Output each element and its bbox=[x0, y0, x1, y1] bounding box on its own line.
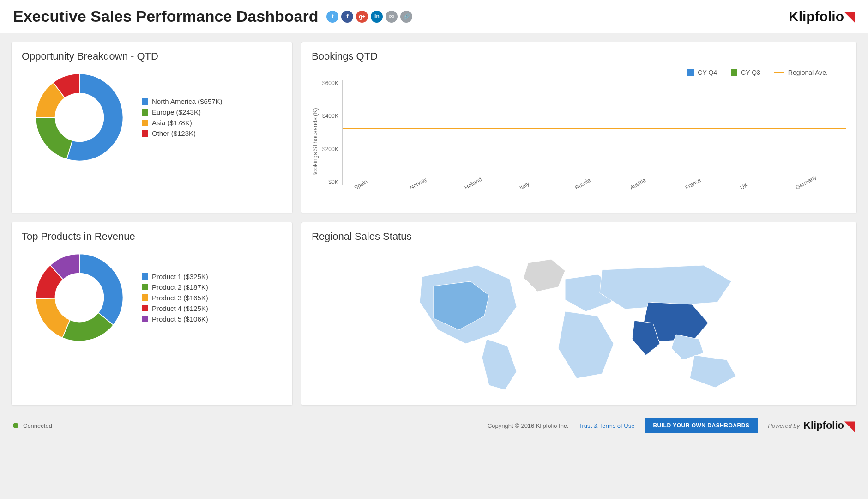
map-region-greenland[interactable] bbox=[524, 259, 565, 292]
y-tick-label: $200K bbox=[322, 146, 338, 152]
legend-swatch-icon bbox=[142, 98, 148, 105]
map-region-africa[interactable] bbox=[558, 311, 614, 378]
legend-label: Product 3 ($165K) bbox=[152, 294, 208, 302]
share-linkedin-icon[interactable]: in bbox=[371, 11, 383, 23]
y-tick-label: $400K bbox=[322, 113, 338, 119]
products-chart-row: Product 1 ($325K)Product 2 ($187K)Produc… bbox=[22, 249, 282, 346]
donut-slice[interactable] bbox=[36, 298, 70, 338]
map-region-australia[interactable] bbox=[690, 355, 736, 388]
footer-brand-logo[interactable]: Klipfolio◥ bbox=[803, 418, 855, 433]
footer-left: Connected bbox=[13, 422, 52, 429]
legend-label: North America ($657K) bbox=[152, 97, 223, 105]
map-region-south-america[interactable] bbox=[482, 339, 517, 390]
legend-label: Other ($123K) bbox=[152, 129, 196, 137]
panel-title-regional: Regional Sales Status bbox=[312, 231, 846, 243]
legend-item[interactable]: Product 5 ($106K) bbox=[142, 315, 208, 323]
panel-title-bookings: Bookings QTD bbox=[312, 50, 846, 62]
legend-item[interactable]: CY Q4 bbox=[687, 69, 717, 76]
legend-swatch-icon bbox=[142, 294, 148, 301]
legend-label: Product 4 ($125K) bbox=[152, 304, 208, 312]
legend-label: CY Q3 bbox=[741, 69, 760, 76]
opportunity-legend: North America ($657K)Europe ($243K)Asia … bbox=[142, 97, 223, 137]
connection-status-text: Connected bbox=[23, 422, 52, 429]
build-dashboards-button[interactable]: BUILD YOUR OWN DASHBOARDS bbox=[645, 418, 758, 433]
legend-swatch-icon bbox=[142, 109, 148, 116]
legend-swatch-icon bbox=[142, 130, 148, 137]
bookings-chart: Bookings $Thousands (K) $600K$400K$200K$… bbox=[312, 80, 846, 205]
footer-right: Copyright © 2016 Klipfolio Inc. Trust & … bbox=[488, 418, 855, 433]
legend-swatch-icon bbox=[142, 305, 148, 311]
terms-link[interactable]: Trust & Terms of Use bbox=[579, 422, 634, 429]
powered-by-label: Powered by bbox=[768, 422, 800, 429]
status-dot-icon bbox=[13, 423, 18, 428]
donut-slice[interactable] bbox=[79, 254, 123, 325]
legend-item[interactable]: CY Q3 bbox=[731, 69, 760, 76]
legend-item[interactable]: Asia ($178K) bbox=[142, 119, 223, 127]
footer-brand-text: Klipfolio bbox=[803, 420, 844, 432]
bookings-x-labels: SpainNorwayHollandItalyRussiaAustriaFran… bbox=[343, 185, 846, 194]
legend-item[interactable]: Product 4 ($125K) bbox=[142, 304, 208, 312]
legend-swatch-icon bbox=[142, 284, 148, 290]
share-email-icon[interactable]: ✉ bbox=[386, 11, 398, 23]
panel-regional: Regional Sales Status bbox=[301, 222, 857, 406]
legend-swatch-icon bbox=[142, 316, 148, 322]
opportunity-chart-row: North America ($657K)Europe ($243K)Asia … bbox=[22, 69, 282, 166]
legend-label: Product 1 ($325K) bbox=[152, 273, 208, 280]
panel-bookings: Bookings QTD CY Q4CY Q3Regional Ave. Boo… bbox=[301, 42, 857, 213]
page-title: Executive Sales Performance Dashboard bbox=[13, 7, 318, 25]
header-bar: Executive Sales Performance Dashboard tf… bbox=[0, 0, 868, 33]
legend-item[interactable]: Regional Ave. bbox=[774, 69, 828, 76]
panel-title-opportunity: Opportunity Breakdown - QTD bbox=[22, 50, 282, 62]
products-donut-chart bbox=[31, 249, 128, 346]
donut-slice[interactable] bbox=[36, 117, 72, 159]
legend-label: CY Q4 bbox=[698, 69, 717, 76]
legend-line-swatch-icon bbox=[774, 72, 784, 73]
header-left: Executive Sales Performance Dashboard tf… bbox=[13, 7, 412, 25]
share-facebook-icon[interactable]: f bbox=[341, 11, 353, 23]
legend-label: Europe ($243K) bbox=[152, 108, 201, 116]
share-googleplus-icon[interactable]: g+ bbox=[356, 11, 368, 23]
panel-title-products: Top Products in Revenue bbox=[22, 231, 282, 243]
products-legend: Product 1 ($325K)Product 2 ($187K)Produc… bbox=[142, 273, 208, 323]
legend-label: Regional Ave. bbox=[788, 69, 828, 76]
map-region-russia[interactable] bbox=[600, 265, 731, 309]
legend-label: Product 5 ($106K) bbox=[152, 315, 208, 323]
dashboard-grid: Opportunity Breakdown - QTD North Americ… bbox=[0, 33, 868, 411]
brand-logo-accent-icon: ◥ bbox=[845, 9, 855, 24]
bookings-plot-area: SpainNorwayHollandItalyRussiaAustriaFran… bbox=[342, 80, 846, 185]
bookings-legend: CY Q4CY Q3Regional Ave. bbox=[312, 69, 846, 76]
legend-item[interactable]: Other ($123K) bbox=[142, 129, 223, 137]
legend-item[interactable]: Europe ($243K) bbox=[142, 108, 223, 116]
legend-item[interactable]: Product 2 ($187K) bbox=[142, 283, 208, 291]
brand-logo[interactable]: Klipfolio◥ bbox=[789, 9, 855, 24]
share-twitter-icon[interactable]: t bbox=[326, 11, 338, 23]
legend-label: Asia ($178K) bbox=[152, 119, 192, 127]
legend-swatch-icon bbox=[142, 120, 148, 126]
copyright-text: Copyright © 2016 Klipfolio Inc. bbox=[488, 422, 568, 429]
legend-item[interactable]: North America ($657K) bbox=[142, 97, 223, 105]
legend-swatch-icon bbox=[731, 69, 737, 76]
brand-logo-text: Klipfolio bbox=[789, 9, 844, 24]
footer-bar: Connected Copyright © 2016 Klipfolio Inc… bbox=[0, 411, 868, 440]
legend-label: Product 2 ($187K) bbox=[152, 283, 208, 291]
y-tick-label: $600K bbox=[322, 80, 338, 86]
legend-swatch-icon bbox=[687, 69, 694, 76]
bookings-y-ticks: $600K$400K$200K$0K bbox=[322, 80, 338, 205]
regional-map-wrap bbox=[312, 249, 846, 397]
powered-by: Powered by Klipfolio◥ bbox=[768, 418, 855, 433]
share-link-icon[interactable]: 🔗 bbox=[400, 11, 412, 23]
world-map-chart bbox=[390, 254, 768, 392]
share-icons-row: tfg+in✉🔗 bbox=[326, 11, 412, 23]
bookings-y-axis-label: Bookings $Thousands (K) bbox=[312, 80, 319, 205]
y-tick-label: $0K bbox=[328, 179, 338, 185]
panel-products: Top Products in Revenue Product 1 ($325K… bbox=[11, 222, 293, 406]
legend-swatch-icon bbox=[142, 273, 148, 280]
legend-item[interactable]: Product 3 ($165K) bbox=[142, 294, 208, 302]
legend-item[interactable]: Product 1 ($325K) bbox=[142, 273, 208, 280]
panel-opportunity: Opportunity Breakdown - QTD North Americ… bbox=[11, 42, 293, 213]
footer-brand-accent-icon: ◥ bbox=[845, 418, 855, 433]
opportunity-donut-chart bbox=[31, 69, 128, 166]
